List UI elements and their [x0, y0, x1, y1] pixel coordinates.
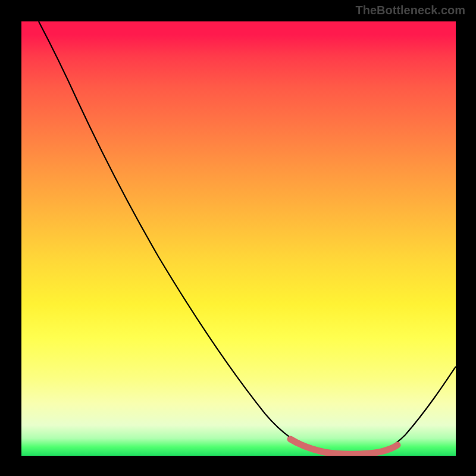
watermark-text: TheBottleneck.com [356, 4, 465, 17]
highlight-segment [290, 439, 397, 454]
main-curve [39, 21, 456, 454]
chart-svg [21, 21, 456, 456]
